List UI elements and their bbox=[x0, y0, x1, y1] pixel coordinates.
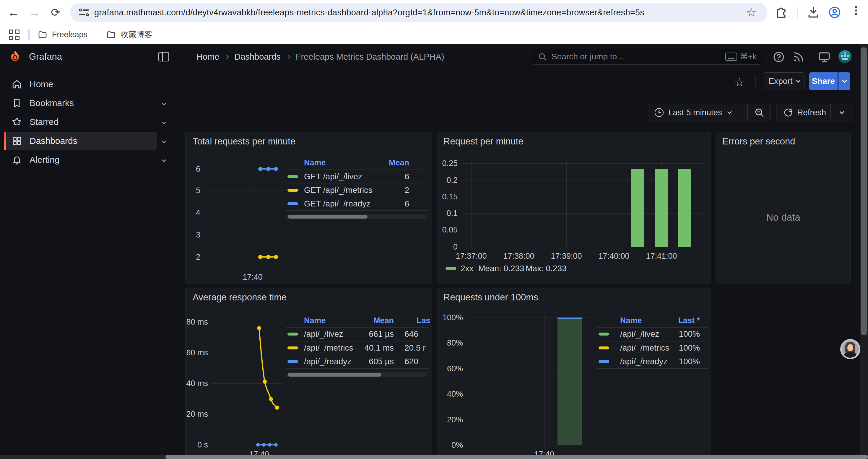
x-tick: 17:39:00 bbox=[551, 252, 582, 261]
legend-header-mean[interactable]: Mean bbox=[286, 316, 394, 325]
y-tick: 2 bbox=[186, 253, 200, 262]
share-button[interactable]: Share bbox=[809, 72, 838, 90]
zoom-out-button[interactable] bbox=[747, 104, 771, 121]
keyboard-icon bbox=[725, 53, 737, 61]
legend-header-last[interactable]: Last * bbox=[597, 316, 700, 325]
chevron-right-icon bbox=[286, 54, 290, 59]
chevron-down-icon bbox=[840, 109, 844, 114]
y-tick: 40 ms bbox=[186, 379, 208, 388]
refresh-button[interactable]: Refresh bbox=[776, 108, 831, 117]
kiosk-monitor-icon[interactable] bbox=[818, 51, 831, 63]
bookmark-label: 收藏博客 bbox=[121, 29, 152, 40]
time-range-label: Last 5 minutes bbox=[668, 108, 722, 117]
sidebar-item-alerting[interactable]: Alerting bbox=[5, 151, 157, 169]
y-tick: 0 bbox=[437, 242, 458, 252]
bell-icon bbox=[12, 155, 22, 165]
chevron-down-icon[interactable] bbox=[162, 157, 166, 162]
y-tick: 0 s bbox=[186, 440, 208, 450]
sidebar-item-bookmarks[interactable]: Bookmarks bbox=[5, 94, 157, 112]
back-icon[interactable]: ← bbox=[6, 5, 20, 20]
user-avatar[interactable] bbox=[838, 50, 851, 63]
downloads-icon[interactable] bbox=[807, 6, 820, 19]
y-tick: 0.25 bbox=[437, 159, 458, 168]
bookmark-folder-freeleaps[interactable]: Freeleaps bbox=[38, 27, 88, 42]
avatar-body bbox=[844, 352, 857, 359]
subheader-divider bbox=[755, 75, 756, 87]
chevron-down-icon[interactable] bbox=[162, 138, 166, 143]
panel-title: Total requests per minute bbox=[193, 136, 296, 147]
search-input[interactable]: Search or jump to... ⌘+k bbox=[532, 49, 762, 65]
sidebar-item-dashboards[interactable]: Dashboards bbox=[5, 132, 157, 150]
chevron-down-icon[interactable] bbox=[162, 120, 166, 124]
news-rss-icon[interactable] bbox=[793, 51, 805, 63]
panel-requests-under-100ms[interactable]: Requests under 100ms 100% 80% 60% 40% 20… bbox=[437, 288, 711, 459]
avatar-face bbox=[847, 344, 853, 351]
home-icon bbox=[12, 79, 22, 89]
forward-icon[interactable]: → bbox=[28, 5, 42, 20]
panel-title: Request per minute bbox=[443, 136, 524, 147]
breadcrumb-dashboards[interactable]: Dashboards bbox=[234, 52, 280, 62]
bookmark-label: Freeleaps bbox=[52, 30, 88, 39]
y-tick: 60 ms bbox=[186, 348, 208, 357]
horizontal-scrollbar-thumb[interactable] bbox=[165, 455, 868, 459]
no-data-label: No data bbox=[766, 212, 800, 223]
chevron-down-icon[interactable] bbox=[162, 101, 166, 105]
x-tick: 17:40:00 bbox=[598, 252, 629, 261]
bookmark-star-icon[interactable]: ☆ bbox=[744, 5, 758, 20]
y-tick: 0% bbox=[437, 441, 463, 450]
refresh-label: Refresh bbox=[797, 108, 826, 117]
browser-menu-icon[interactable] bbox=[852, 4, 860, 21]
y-tick: 4 bbox=[186, 208, 200, 218]
app-header: Home Dashboards Freeleaps Metrics Dashbo… bbox=[176, 44, 868, 69]
y-tick: 80% bbox=[437, 338, 463, 348]
search-placeholder: Search or jump to... bbox=[552, 52, 624, 61]
chevron-right-icon bbox=[224, 54, 229, 59]
url-text[interactable]: grafana.mathmast.com/d/deytv4rwavabkb/fr… bbox=[94, 8, 644, 18]
time-range-button[interactable]: Last 5 minutes bbox=[648, 108, 748, 117]
export-button[interactable]: Export bbox=[764, 72, 804, 90]
share-label: Share bbox=[812, 76, 835, 86]
x-tick: 17:38:00 bbox=[503, 252, 534, 261]
grafana-logo-icon[interactable] bbox=[8, 49, 23, 64]
site-settings-icon[interactable] bbox=[79, 8, 89, 16]
assistant-avatar[interactable] bbox=[840, 339, 860, 359]
panel-total-requests[interactable]: Total requests per minute 6 5 4 3 2 17:4… bbox=[185, 132, 432, 284]
brand-name: Grafana bbox=[29, 52, 62, 62]
profile-avatar-icon[interactable] bbox=[828, 6, 841, 19]
legend-header-last[interactable]: Las bbox=[416, 316, 430, 325]
sidebar-toggle-icon[interactable] bbox=[158, 52, 169, 61]
bookmarks-bar: Freeleaps 收藏博客 bbox=[0, 25, 868, 44]
toolbar-divider bbox=[797, 7, 798, 18]
grafana-app: Grafana Home Bookmarks Starred bbox=[0, 44, 868, 459]
panel-avg-response-time[interactable]: Average response time 80 ms 60 ms 40 ms … bbox=[185, 288, 432, 459]
address-bar[interactable]: grafana.mathmast.com/d/deytv4rwavabkb/fr… bbox=[70, 3, 768, 22]
refresh-interval-button[interactable] bbox=[831, 104, 853, 121]
sidebar-item-label: Bookmarks bbox=[30, 98, 74, 108]
sidebar-item-home[interactable]: Home bbox=[5, 75, 157, 93]
legend-scrollbar[interactable] bbox=[286, 215, 427, 219]
legend-scrollbar[interactable] bbox=[286, 372, 427, 377]
legend-header-mean[interactable]: Mean bbox=[286, 158, 409, 167]
area-100pct bbox=[557, 318, 582, 445]
panel-request-per-minute[interactable]: Request per minute 0.25 0.2 0.15 0.1 0.0… bbox=[437, 132, 711, 284]
y-tick: 80 ms bbox=[186, 318, 208, 327]
chevron-down-icon bbox=[796, 78, 801, 83]
apps-grid-icon[interactable] bbox=[9, 30, 20, 40]
bar-2xx bbox=[678, 169, 691, 247]
breadcrumb-home[interactable]: Home bbox=[196, 52, 219, 62]
breadcrumb-current: Freeleaps Metrics Dashboard (ALPHA) bbox=[296, 52, 444, 62]
folder-icon bbox=[38, 30, 47, 39]
vertical-scrollbar-thumb[interactable] bbox=[861, 47, 867, 335]
reload-icon[interactable]: ⟳ bbox=[49, 5, 63, 20]
extensions-icon[interactable] bbox=[775, 6, 788, 19]
panel-errors-per-second[interactable]: Errors per second No data bbox=[716, 132, 850, 284]
help-icon[interactable] bbox=[773, 51, 785, 63]
share-menu-button[interactable] bbox=[838, 72, 850, 90]
sidebar-item-label: Home bbox=[30, 79, 53, 89]
bookmark-folder-blogs[interactable]: 收藏博客 bbox=[106, 27, 152, 42]
response-time-chart bbox=[209, 315, 289, 453]
sidebar-item-starred[interactable]: Starred bbox=[5, 113, 157, 131]
favorite-star-icon[interactable]: ☆ bbox=[734, 75, 745, 89]
y-tick: 3 bbox=[186, 230, 200, 239]
browser-toolbar: ← → ⟳ grafana.mathmast.com/d/deytv4rwava… bbox=[0, 0, 868, 25]
